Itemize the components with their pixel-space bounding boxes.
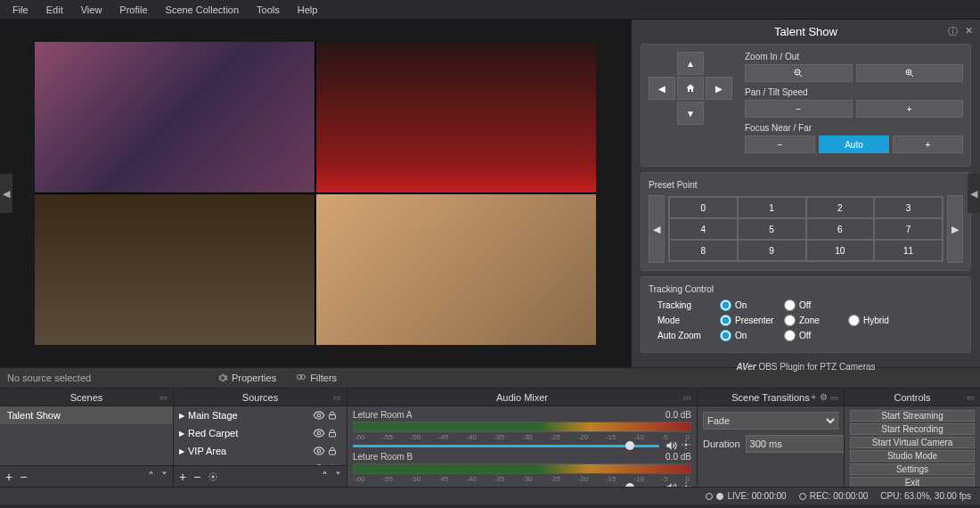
focus-auto-button[interactable]: Auto <box>819 135 889 153</box>
preset-7[interactable]: 7 <box>874 218 943 240</box>
dock-icon[interactable]: ▭ <box>683 393 691 402</box>
transition-settings-button[interactable]: ⚙ <box>820 392 828 402</box>
visibility-icon[interactable] <box>313 445 327 457</box>
preset-5[interactable]: 5 <box>738 218 806 240</box>
start-recording-button[interactable]: Start Recording <box>850 423 975 435</box>
settings-button[interactable]: Settings <box>850 463 975 475</box>
menu-tools[interactable]: Tools <box>249 3 287 17</box>
preset-11[interactable]: 11 <box>874 240 943 261</box>
channel-settings-icon[interactable] <box>681 439 691 452</box>
menu-scene-collection[interactable]: Scene Collection <box>159 3 247 17</box>
dock-icon[interactable]: ▭ <box>333 393 341 402</box>
preset-0[interactable]: 0 <box>669 197 738 218</box>
menubar: FileEditViewProfileScene CollectionTools… <box>0 0 980 20</box>
focus-minus-button[interactable]: − <box>745 135 815 153</box>
live-status: LIVE: 00:00:00 <box>706 491 786 501</box>
preset-2[interactable]: 2 <box>806 197 875 218</box>
menu-profile[interactable]: Profile <box>112 3 154 17</box>
exit-button[interactable]: Exit <box>850 477 975 487</box>
bottom-docks: Scenes▭ Talent Show + − ˄ ˅ Sources▭ ▶Ma… <box>0 389 980 487</box>
radio-autozoom-off[interactable]: Off <box>784 330 848 341</box>
preset-9[interactable]: 9 <box>738 240 806 261</box>
speed-plus-button[interactable]: + <box>856 100 964 118</box>
plugin-close-icon[interactable]: ✕ <box>965 25 973 38</box>
add-transition-button[interactable]: + <box>811 392 816 402</box>
menu-file[interactable]: File <box>5 3 36 17</box>
preset-3[interactable]: 3 <box>874 197 943 218</box>
source-props-button[interactable] <box>208 471 218 482</box>
menu-view[interactable]: View <box>74 3 110 17</box>
preset-4[interactable]: 4 <box>669 218 738 240</box>
dock-icon[interactable]: ▭ <box>830 393 838 402</box>
lock-icon[interactable] <box>327 446 341 456</box>
dpad-down-button[interactable]: ▼ <box>677 102 704 125</box>
start-virtual-camera-button[interactable]: Start Virtual Camera <box>850 437 975 448</box>
preset-8[interactable]: 8 <box>669 240 738 261</box>
collapse-left-icon[interactable]: ◀ <box>0 174 12 213</box>
dpad-left-button[interactable]: ◀ <box>649 77 675 100</box>
dpad-right-button[interactable]: ▶ <box>706 77 732 100</box>
speed-minus-button[interactable]: − <box>745 100 853 118</box>
radio-autozoom-on[interactable]: On <box>720 330 784 341</box>
plugin-info-icon[interactable]: ⓘ <box>948 25 958 38</box>
focus-plus-button[interactable]: + <box>893 135 963 153</box>
radio-mode-hybrid[interactable]: Hybrid <box>848 315 912 326</box>
preset-label: Preset Point <box>649 180 963 190</box>
studio-mode-button[interactable]: Studio Mode <box>850 450 975 462</box>
start-streaming-button[interactable]: Start Streaming <box>850 410 975 422</box>
dock-icon[interactable]: ▭ <box>159 393 167 402</box>
scene-down-button[interactable]: ˅ <box>161 470 167 484</box>
zoom-out-button[interactable] <box>745 64 853 82</box>
visibility-icon[interactable] <box>313 427 327 439</box>
lock-icon[interactable] <box>327 410 341 421</box>
scene-item[interactable]: Talent Show <box>0 406 173 424</box>
preset-1[interactable]: 1 <box>738 197 806 218</box>
volume-slider[interactable] <box>353 445 659 447</box>
radio-tracking-on[interactable]: On <box>720 299 784 311</box>
expand-icon[interactable]: ▶ <box>179 412 188 420</box>
tracking-label: Tracking <box>649 300 720 310</box>
dpad-home-button[interactable] <box>677 77 704 100</box>
scene-up-button[interactable]: ˄ <box>148 470 154 484</box>
expand-icon[interactable]: ▶ <box>179 447 188 455</box>
channel-db: 0.0 dB <box>666 410 691 420</box>
collapse-right-icon[interactable]: ◀ <box>968 174 980 213</box>
controls-panel: Controls▭ Start StreamingStart Recording… <box>845 389 980 487</box>
preview-grid[interactable] <box>35 42 596 345</box>
preset-6[interactable]: 6 <box>806 218 875 240</box>
channel-settings-icon[interactable] <box>681 481 691 487</box>
preset-prev-button[interactable]: ◀ <box>649 195 665 263</box>
visibility-icon[interactable] <box>313 409 327 422</box>
preset-10[interactable]: 10 <box>806 240 875 261</box>
add-source-button[interactable]: + <box>179 470 186 484</box>
add-scene-button[interactable]: + <box>5 470 12 484</box>
speaker-icon[interactable] <box>665 481 677 487</box>
source-item[interactable]: ▶Main Stage <box>174 406 347 424</box>
remove-source-button[interactable]: − <box>193 470 200 484</box>
preset-box: Preset Point ◀ 01234567891011 ▶ <box>641 172 971 271</box>
volume-slider[interactable] <box>353 487 659 488</box>
zoom-in-button[interactable] <box>856 64 964 82</box>
filters-button[interactable]: Filters <box>290 371 342 385</box>
preset-next-button[interactable]: ▶ <box>947 195 963 263</box>
speaker-icon[interactable] <box>665 439 677 452</box>
menu-edit[interactable]: Edit <box>39 3 70 17</box>
tracking-section-label: Tracking Control <box>649 284 963 294</box>
duration-input[interactable] <box>746 435 844 453</box>
transition-select[interactable]: Fade <box>703 412 838 430</box>
remove-scene-button[interactable]: − <box>20 470 27 484</box>
dpad-up-button[interactable]: ▲ <box>677 52 704 75</box>
lock-icon[interactable] <box>327 428 341 438</box>
radio-mode-zone[interactable]: Zone <box>784 315 848 326</box>
preview-area: ◀ <box>0 20 631 367</box>
expand-icon[interactable]: ▶ <box>179 430 188 438</box>
source-down-button[interactable]: ˅ <box>335 470 341 484</box>
source-item[interactable]: ▶Red Carpet <box>174 424 347 442</box>
properties-button[interactable]: Properties <box>212 371 282 385</box>
radio-tracking-off[interactable]: Off <box>784 299 848 311</box>
menu-help[interactable]: Help <box>290 3 325 17</box>
radio-mode-presenter[interactable]: Presenter <box>720 315 784 326</box>
source-up-button[interactable]: ˄ <box>322 470 328 484</box>
dock-icon[interactable]: ▭ <box>967 393 975 402</box>
source-item[interactable]: ▶VIP Area <box>174 442 347 460</box>
